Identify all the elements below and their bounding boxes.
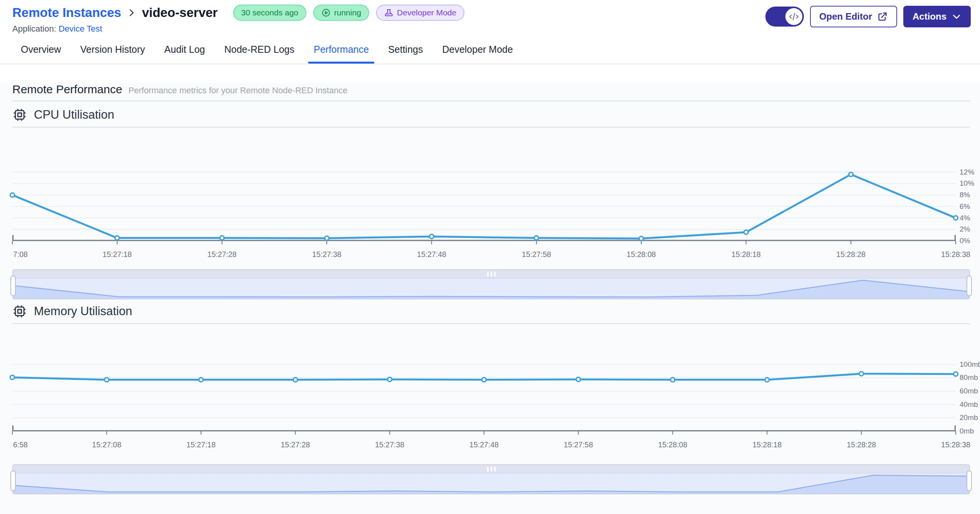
top-bar-actions: Open Editor Actions <box>765 5 971 27</box>
memory-brush-right-handle[interactable] <box>967 470 972 491</box>
chevron-down-icon <box>951 12 962 22</box>
top-bar-left: Remote Instances video-server 30 seconds… <box>12 5 464 34</box>
cpu-x-axis-labels: 7:0815:27:1815:27:2815:27:3815:27:4815:2… <box>12 245 980 261</box>
grip-icon <box>494 272 496 277</box>
memory-chart-canvas <box>12 351 956 436</box>
external-link-icon <box>877 11 888 22</box>
cpu-y-axis-labels: 0%2%4%6%8%10%12% <box>956 161 980 245</box>
tab-version-history[interactable]: Version History <box>79 39 146 64</box>
chevron-right-icon <box>126 8 136 18</box>
breadcrumb-parent-link[interactable]: Remote Instances <box>12 5 121 20</box>
divider <box>12 323 970 324</box>
tab-bar: Overview Version History Audit Log Node-… <box>0 39 980 64</box>
cpu-chart-canvas <box>12 161 956 245</box>
cpu-chart: 0%2%4%6%8%10%12% 7:0815:27:1815:27:2815:… <box>12 161 980 261</box>
page-subtitle: Performance metrics for your Remote Node… <box>128 86 348 96</box>
last-seen-badge: 30 seconds ago <box>233 5 306 21</box>
tab-settings[interactable]: Settings <box>387 39 424 64</box>
grip-icon <box>491 467 492 472</box>
memory-x-axis-labels: 6:5815:27:0815:27:1815:27:2815:27:3815:2… <box>12 436 980 451</box>
cpu-brush-drag-bar[interactable] <box>13 270 969 279</box>
play-circle-icon <box>321 8 331 17</box>
memory-chart-title: Memory Utilisation <box>34 304 132 318</box>
cpu-range-brush[interactable] <box>12 269 970 299</box>
application-link[interactable]: Device Test <box>59 24 102 34</box>
memory-brush-drag-bar[interactable] <box>13 465 969 474</box>
memory-y-axis-labels: 0mb20mb40mb60mb80mb100mb <box>956 351 980 436</box>
divider <box>12 127 970 128</box>
cpu-brush-left-handle[interactable] <box>10 275 16 296</box>
page-title: Remote Performance <box>12 83 122 96</box>
memory-chart: 0mb20mb40mb60mb80mb100mb 6:5815:27:0815:… <box>12 351 980 451</box>
running-status-badge: running <box>313 5 369 21</box>
performance-panel: Remote Performance Performance metrics f… <box>0 83 980 514</box>
cpu-chart-title: CPU Utilisation <box>34 108 114 122</box>
chip-icon <box>12 304 27 319</box>
developer-mode-toggle[interactable] <box>765 7 804 27</box>
cpu-brush-right-handle[interactable] <box>967 275 972 296</box>
status-badges: 30 seconds ago running Developer Mode <box>233 5 464 21</box>
application-label: Application: <box>12 24 56 34</box>
top-bar: Remote Instances video-server 30 seconds… <box>0 0 980 34</box>
memory-range-brush[interactable] <box>12 464 970 494</box>
tab-overview[interactable]: Overview <box>20 39 62 64</box>
tab-performance[interactable]: Performance <box>313 39 370 64</box>
toggle-knob[interactable] <box>785 8 802 25</box>
grip-icon <box>487 467 489 472</box>
instance-name: video-server <box>142 5 217 20</box>
code-icon <box>789 12 799 22</box>
grip-icon <box>491 272 492 277</box>
grip-icon <box>487 272 489 277</box>
tab-audit-log[interactable]: Audit Log <box>163 39 206 64</box>
beaker-icon <box>384 8 393 17</box>
memory-chart-title-row: Memory Utilisation <box>12 304 980 319</box>
open-editor-button[interactable]: Open Editor <box>810 6 897 27</box>
tab-developer-mode[interactable]: Developer Mode <box>441 39 513 64</box>
actions-button[interactable]: Actions <box>903 6 971 27</box>
breadcrumb: Remote Instances video-server 30 seconds… <box>12 5 464 21</box>
grip-icon <box>494 467 496 472</box>
memory-brush-left-handle[interactable] <box>10 470 16 491</box>
application-row: Application: Device Test <box>12 24 464 34</box>
cpu-chart-title-row: CPU Utilisation <box>12 108 980 122</box>
divider <box>12 101 970 101</box>
developer-mode-badge: Developer Mode <box>376 5 464 21</box>
chip-icon <box>12 108 27 122</box>
cpu-brush-minichart[interactable] <box>13 279 969 299</box>
tab-node-red-logs[interactable]: Node-RED Logs <box>224 39 295 64</box>
section-header: Remote Performance Performance metrics f… <box>12 83 980 96</box>
memory-brush-minichart[interactable] <box>13 474 969 494</box>
